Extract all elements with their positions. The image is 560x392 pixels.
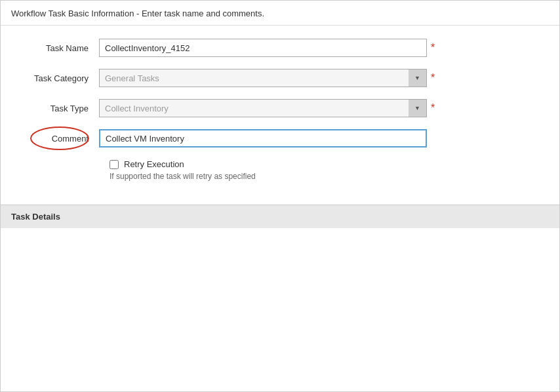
- task-name-row: Task Name *: [20, 39, 540, 57]
- retry-label: Retry Execution: [124, 159, 184, 169]
- retry-checkbox-row: Retry Execution: [110, 159, 540, 169]
- comment-label: Comment: [20, 134, 99, 144]
- task-name-input[interactable]: [99, 39, 427, 57]
- task-category-label: Task Category: [20, 73, 99, 83]
- task-type-required: *: [431, 102, 435, 114]
- retry-checkbox[interactable]: [110, 160, 119, 169]
- task-type-label: Task Type: [20, 104, 99, 113]
- task-type-select-wrapper: Collect Inventory: [99, 99, 427, 117]
- header-bar: Workflow Task Basic Information - Enter …: [1, 1, 559, 26]
- task-details-label: Task Details: [11, 212, 60, 222]
- task-category-row: Task Category General Tasks *: [20, 69, 540, 87]
- task-type-row: Task Type Collect Inventory *: [20, 99, 540, 117]
- comment-row: Comment: [20, 129, 540, 147]
- task-name-required: *: [431, 42, 435, 54]
- header-title: Workflow Task Basic Information - Enter …: [11, 9, 264, 18]
- comment-input[interactable]: [99, 129, 427, 147]
- page-container: Workflow Task Basic Information - Enter …: [0, 0, 560, 392]
- task-name-label: Task Name: [20, 43, 99, 53]
- task-category-select-wrapper: General Tasks: [99, 69, 427, 87]
- task-details-bar: Task Details: [1, 205, 559, 228]
- retry-hint: If supported the task will retry as spec…: [110, 172, 540, 181]
- task-category-select[interactable]: General Tasks: [99, 69, 427, 87]
- task-type-select[interactable]: Collect Inventory: [99, 99, 427, 117]
- form-area: Task Name * Task Category General Tasks …: [1, 26, 559, 205]
- task-category-required: *: [431, 72, 435, 84]
